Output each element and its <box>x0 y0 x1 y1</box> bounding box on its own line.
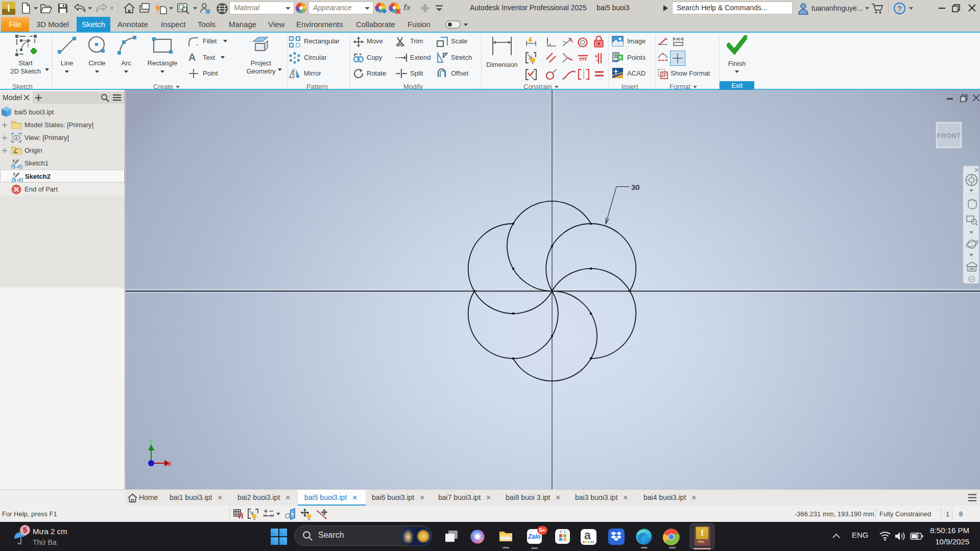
svg-text:I: I <box>7 3 10 14</box>
svg-text:Y: Y <box>149 439 153 446</box>
svg-text:X: X <box>168 460 172 468</box>
svg-text:30: 30 <box>631 183 640 191</box>
svg-text:?: ? <box>897 5 902 13</box>
